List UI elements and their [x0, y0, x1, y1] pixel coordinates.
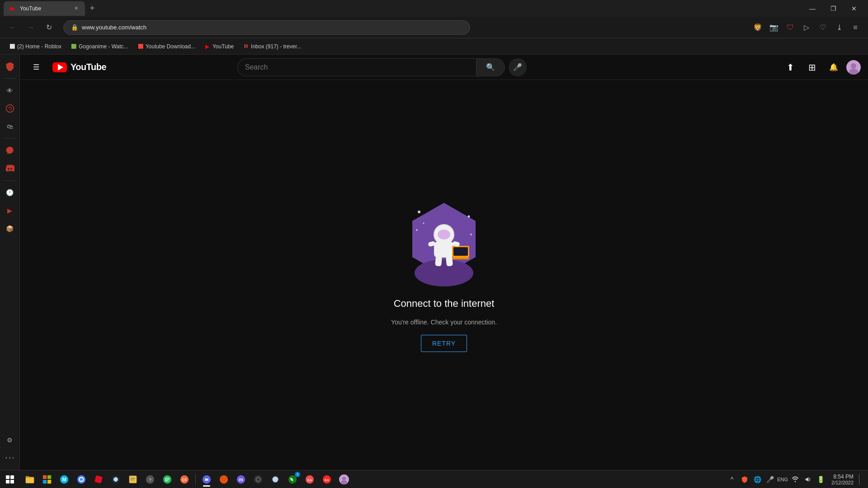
sidebar-discord-icon[interactable]: [2, 160, 18, 177]
svg-text:EA: EA: [307, 478, 312, 482]
sidebar-history-icon[interactable]: 🕐: [2, 184, 18, 201]
bookmark-gogoanime[interactable]: 🟩 Gogoanime - Watc...: [67, 42, 132, 52]
browser-menu-btn[interactable]: ≡: [848, 20, 863, 35]
sidebar-yt-icon[interactable]: ▶: [2, 202, 18, 219]
svg-point-33: [80, 478, 83, 480]
tray-show-hidden[interactable]: ^: [726, 474, 737, 485]
tray-battery[interactable]: 🔋: [815, 474, 826, 485]
mic-icon: 🎤: [513, 63, 522, 71]
roblox-icon: [94, 474, 104, 484]
taskbar-steam[interactable]: [108, 471, 124, 488]
close-button[interactable]: ✕: [844, 0, 864, 17]
bookmark-inbox[interactable]: M Inbox (917) - trever...: [239, 42, 305, 52]
brave-shields-btn[interactable]: 🦁: [750, 20, 765, 35]
yt-search-button[interactable]: 🔍: [476, 58, 505, 76]
sidebar-divider-2: [5, 138, 15, 139]
spotify-icon: [162, 474, 172, 484]
svg-rect-12: [452, 258, 469, 259]
wifi-icon: [792, 476, 799, 483]
taskbar-medal[interactable]: m: [233, 471, 249, 488]
sidebar-more-btn[interactable]: • • •: [2, 450, 18, 466]
active-tab[interactable]: ▶ YouTube ✕: [4, 1, 85, 16]
yt-notifications-button[interactable]: 🔔: [825, 58, 843, 76]
minimize-button[interactable]: —: [802, 0, 823, 17]
new-tab-button[interactable]: +: [86, 2, 99, 15]
svg-point-0: [6, 105, 14, 113]
sidebar-shopping-icon[interactable]: 🛍: [2, 118, 18, 135]
taskbar-app1[interactable]: ?: [142, 471, 158, 488]
refresh-button[interactable]: ↻: [42, 20, 56, 35]
bookmark-ytdownload[interactable]: 🟥 Youtube Download...: [134, 42, 199, 52]
bell-icon: 🔔: [829, 63, 838, 71]
sidebar-settings-icon[interactable]: ⚙: [2, 432, 18, 448]
bookmark-ytdownload-favicon: 🟥: [137, 43, 144, 50]
box-icon: 📦: [6, 225, 14, 232]
taskbar-overwolf[interactable]: [216, 471, 232, 488]
yt-upload-button[interactable]: ⬆: [781, 58, 799, 76]
tab-close-btn[interactable]: ✕: [72, 5, 80, 12]
tray-mic[interactable]: 🎤: [764, 474, 775, 485]
tray-vpn[interactable]: 🌐: [752, 474, 763, 485]
yt-avatar[interactable]: [846, 60, 861, 75]
yt-menu-button[interactable]: ☰: [27, 58, 45, 76]
tray-wifi[interactable]: [790, 474, 801, 485]
svg-marker-63: [806, 477, 809, 482]
bookmark-youtube-favicon: ▶: [204, 43, 211, 50]
eye-icon: 👁: [6, 87, 13, 94]
svg-point-60: [342, 477, 346, 480]
sidebar-brave-icon[interactable]: [2, 58, 18, 75]
taskbar-store[interactable]: [39, 471, 55, 488]
yt-search-input[interactable]: [245, 63, 469, 71]
favorites-btn[interactable]: ♡: [816, 20, 830, 35]
system-tray: ^ 🌐 🎤 ENG 🔋 8:54 PM 2/12/2022: [721, 474, 868, 485]
tray-datetime[interactable]: 8:54 PM 2/12/2022: [828, 474, 857, 485]
taskbar-files[interactable]: [125, 471, 141, 488]
svg-rect-28: [47, 479, 51, 483]
bookmark-youtube[interactable]: ▶ YouTube: [201, 42, 237, 52]
taskbar-file-explorer[interactable]: [22, 471, 38, 488]
settings-icon: ⚙: [7, 436, 13, 444]
address-input[interactable]: 🔒 www.youtube.com/watch: [63, 20, 470, 35]
start-square-4: [10, 480, 14, 483]
camera-icon: 📷: [769, 23, 778, 32]
svg-rect-27: [43, 479, 47, 483]
taskbar-chrome[interactable]: [73, 471, 90, 488]
taskbar-xbox[interactable]: 3: [284, 471, 301, 488]
taskbar-malwarebytes[interactable]: M: [56, 471, 72, 488]
yt-search-box[interactable]: [237, 58, 476, 76]
brave-shield-btn2[interactable]: 🛡: [783, 20, 797, 35]
tray-show-desktop[interactable]: [859, 474, 863, 485]
ea-icon: EA: [305, 474, 315, 484]
tray-brave[interactable]: [739, 474, 750, 485]
tray-lang[interactable]: ENG: [777, 474, 788, 485]
upload-icon: ⬆: [787, 62, 794, 73]
taskbar-ea[interactable]: EA: [302, 471, 318, 488]
taskbar-roblox[interactable]: [90, 471, 107, 488]
start-button[interactable]: [0, 471, 20, 488]
taskbar-ea2[interactable]: EA: [319, 471, 335, 488]
heart-icon: ♡: [820, 23, 826, 32]
sidebar-messenger-icon[interactable]: [2, 142, 18, 159]
retry-button[interactable]: RETRY: [421, 335, 467, 352]
taskbar-spotify[interactable]: [159, 471, 175, 488]
forward-button[interactable]: →: [24, 20, 38, 35]
sidebar-leo-icon[interactable]: [2, 100, 18, 117]
taskbar-steam2[interactable]: [267, 471, 283, 488]
taskbar-discord[interactable]: [198, 471, 215, 488]
sidebar-box-icon[interactable]: 📦: [2, 221, 18, 237]
screenshot-btn[interactable]: 📷: [767, 20, 781, 35]
yt-mic-button[interactable]: 🎤: [509, 58, 527, 76]
taskbar-imgburn[interactable]: [250, 471, 266, 488]
svg-point-17: [418, 211, 420, 213]
sidebar-eye-icon[interactable]: 👁: [2, 82, 18, 99]
bookmark-roblox[interactable]: ⬜ (2) Home - Roblox: [5, 42, 65, 52]
taskbar-curseforge[interactable]: CF: [176, 471, 193, 488]
back-button[interactable]: ←: [5, 20, 20, 35]
yt-logo[interactable]: YouTube: [52, 62, 106, 72]
download-btn[interactable]: ⤓: [832, 20, 846, 35]
taskbar-profile[interactable]: [336, 471, 352, 488]
leo-btn[interactable]: ▷: [799, 20, 814, 35]
tray-volume[interactable]: [802, 474, 813, 485]
maximize-button[interactable]: ❐: [823, 0, 844, 17]
yt-apps-button[interactable]: ⊞: [803, 58, 821, 76]
